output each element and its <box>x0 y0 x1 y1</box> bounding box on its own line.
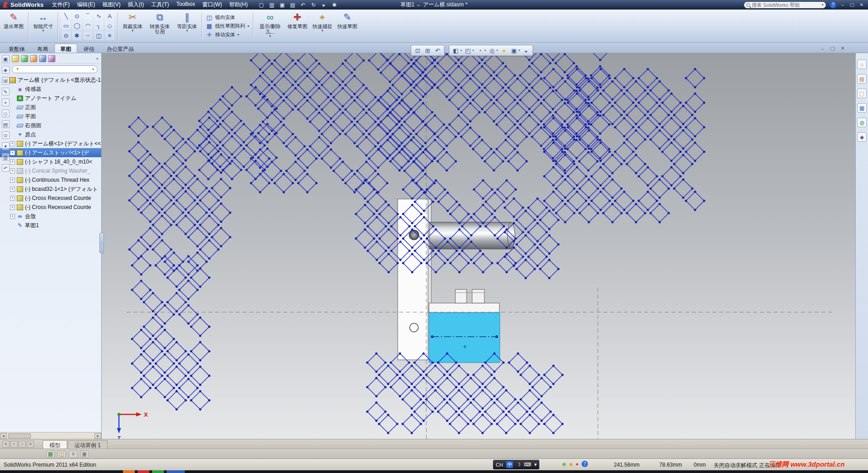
offset-entities-button[interactable]: ∥等距实体▾ <box>175 10 199 41</box>
tree-expand-icon[interactable]: + <box>10 169 15 174</box>
tree-expand-icon[interactable]: + <box>10 159 15 164</box>
dimxpertmanager-tab[interactable] <box>39 55 46 62</box>
sketch-tool-point[interactable]: ✱ <box>72 31 82 40</box>
dropdown-arrow-icon[interactable]: ▾ <box>518 49 520 52</box>
doc-restore-button[interactable]: ▢ <box>830 45 835 51</box>
convert-entities-button[interactable]: ⧉转换实体引用 <box>146 10 174 41</box>
tree-item-13[interactable]: +(-) Cross Recessed Counte <box>0 194 101 203</box>
taskpane-custom-properties[interactable]: ◆ <box>857 132 867 142</box>
mirror-entities-button[interactable]: ◫镜向实体 <box>206 14 249 21</box>
ime-keyboard[interactable]: ⌨ <box>524 462 531 468</box>
zoom-area-icon[interactable]: ⊞ <box>423 46 432 55</box>
display-delete-relations-button[interactable]: ∞显示/删除几...▾ <box>256 10 284 41</box>
sketch-tool-line[interactable]: ╲ <box>61 12 71 20</box>
tree-item-10[interactable]: +(-) Conical Spring Washer_ <box>0 166 101 175</box>
tree-item-6[interactable]: ⌖原点 <box>0 130 101 139</box>
cyan-block-part[interactable] <box>429 313 500 363</box>
select-pointer-icon[interactable]: ▸ <box>321 2 328 8</box>
tree-item-15[interactable]: +∞合致 <box>0 212 101 221</box>
doc-minimize-button[interactable]: – <box>820 46 825 51</box>
featuremanager-tab[interactable] <box>12 55 19 62</box>
sketch-tool-sketch-fillet[interactable]: ╮ <box>94 21 104 30</box>
maximize-window-button[interactable]: ▢ <box>849 2 855 7</box>
propertymanager-tab[interactable] <box>21 55 28 62</box>
help-bubble[interactable]: ? <box>582 461 588 467</box>
tree-filter-input[interactable]: ▼ ▾ <box>12 65 98 73</box>
panel-splitter-handle[interactable]: ⁞ <box>99 233 104 254</box>
bottom-icon-4[interactable]: ▣ <box>80 450 89 458</box>
scroll-left-icon[interactable]: ◂ <box>0 433 7 439</box>
linear-sketch-pattern-button[interactable]: ▦线性草图阵列▾ <box>206 23 249 30</box>
lang-indicator[interactable]: CH <box>496 462 503 468</box>
ime-menu[interactable]: ▾ <box>534 462 537 468</box>
tab-布局[interactable]: 布局 <box>31 44 54 53</box>
zoom-fit-icon[interactable]: ⊡ <box>413 46 422 55</box>
sketch-tool-rectangle[interactable]: ▭ <box>61 21 71 30</box>
new-document-icon[interactable]: ▢ <box>258 2 265 8</box>
exit-sketch-button[interactable]: ✎退出草图 <box>2 10 25 41</box>
dropdown-arrow-icon[interactable]: ▾ <box>42 29 44 33</box>
menu-item-3[interactable]: 插入(I) <box>124 0 148 10</box>
tab-nav-1[interactable]: « <box>2 441 10 448</box>
left-dock-icon-9[interactable]: ✦ <box>2 142 10 150</box>
tree-item-12[interactable]: +(-) bcasd32-1<1> (デフォルト <box>0 184 101 194</box>
tree-item-14[interactable]: +(-) Cross Recessed Counte <box>0 203 101 212</box>
left-dock-icon-3[interactable]: ⊞ <box>2 77 10 85</box>
repair-sketch-button[interactable]: ✚修复草图 <box>286 10 309 41</box>
tree-expand-icon[interactable]: + <box>10 205 15 210</box>
doc-close-button[interactable]: ✕ <box>840 45 845 51</box>
rapid-sketch-button[interactable]: ✎快速草图 <box>335 10 359 41</box>
options-icon[interactable]: ✱ <box>331 2 338 8</box>
left-dock-icon-6[interactable]: ◇ <box>2 110 10 117</box>
search-input[interactable] <box>752 2 820 8</box>
section-view-icon[interactable]: ◧ <box>451 46 460 55</box>
left-dock-icon-7[interactable]: ▤ <box>2 120 10 128</box>
quick-snaps-button[interactable]: ⌖快速捕捉▾ <box>311 10 334 41</box>
tree-expand-icon[interactable]: + <box>10 178 15 183</box>
undo-icon[interactable]: ↶ <box>300 2 307 8</box>
tree-item-11[interactable]: +(-) Continuous Thread Hex <box>0 175 101 184</box>
left-dock-icon-11[interactable]: ↶ <box>2 164 10 172</box>
tray-icon-3[interactable]: ● <box>576 461 579 467</box>
tab-草图[interactable]: 草图 <box>54 44 77 53</box>
tab-nav-4[interactable]: » <box>27 441 34 448</box>
tree-expand-icon[interactable]: + <box>10 141 15 146</box>
tree-item-0[interactable]: -アーム横 (デフォルト<显示状态-1>) <box>0 75 101 85</box>
view-settings-icon[interactable]: ◒ <box>522 46 531 55</box>
scrollbar-thumb[interactable] <box>8 433 31 438</box>
bottom-icon-3[interactable]: ≡ <box>69 450 77 458</box>
previous-view-icon[interactable]: ↶ <box>433 46 442 55</box>
panel-scrollbar[interactable]: ◂ ▸ <box>0 432 101 439</box>
sketch-tool-centerline[interactable]: ┄ <box>83 31 93 40</box>
sketch-tool-arc[interactable]: ⌒ <box>83 12 93 20</box>
dropdown-arrow-icon[interactable]: ▾ <box>460 49 462 52</box>
tree-item-7[interactable]: +(-) アーム横<1> (デフォルト<< <box>0 139 101 148</box>
help-button[interactable]: ? <box>830 2 836 8</box>
sketch-tool-ellipse[interactable]: ◯ <box>72 21 82 30</box>
save-document-icon[interactable]: ▣ <box>279 2 286 8</box>
search-dropdown-icon[interactable]: ▾ <box>822 3 824 7</box>
sketch-tool-construction-geometry[interactable]: ✳ <box>105 31 114 40</box>
taskpane-file-explorer[interactable]: ▢ <box>857 89 867 98</box>
sketch-tool-slot[interactable]: ⊖ <box>61 31 71 40</box>
tree-item-3[interactable]: 正面 <box>0 103 101 112</box>
scroll-right-icon[interactable]: ▸ <box>94 433 101 439</box>
menu-item-5[interactable]: Toolbox <box>173 0 198 10</box>
tree-item-5[interactable]: 右側面 <box>0 121 101 130</box>
filter-dropdown-icon[interactable]: ▾ <box>92 67 94 71</box>
menu-item-4[interactable]: 工具(T) <box>148 0 173 10</box>
tree-item-4[interactable]: 平面 <box>0 112 101 121</box>
tab-装配体[interactable]: 装配体 <box>3 44 31 53</box>
bottom-icon-1[interactable]: ▦ <box>46 450 54 458</box>
ime-mode[interactable]: 中 <box>506 461 513 468</box>
taskpane-appearances[interactable]: ◍ <box>857 118 867 127</box>
dropdown-arrow-icon[interactable]: ▾ <box>237 33 239 37</box>
tree-item-8[interactable]: +(-) アームストッパ<1> (デ <box>0 148 101 157</box>
display-style-icon[interactable]: ◔ <box>475 46 484 55</box>
tree-expand-icon[interactable]: + <box>10 150 15 155</box>
move-entities-button[interactable]: ✛移动实体▾ <box>206 31 249 38</box>
sketch-tool-text[interactable]: A <box>105 12 114 20</box>
ime-halfwidth[interactable]: ☽ <box>516 462 521 468</box>
tray-icon-1[interactable]: ◉ <box>562 461 567 467</box>
displaymanager-tab[interactable] <box>48 55 55 62</box>
